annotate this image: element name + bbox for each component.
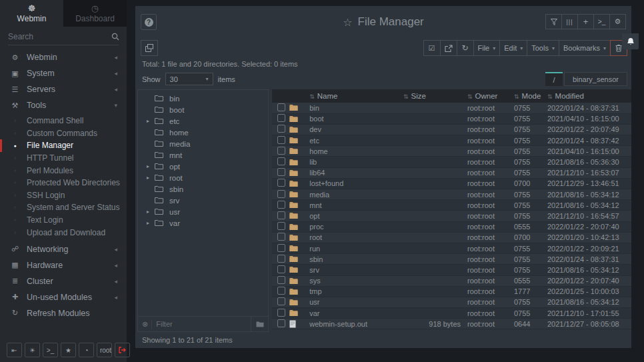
sidebar-item-system-and-server-status[interactable]: ○System and Server Status <box>0 201 127 214</box>
row-checkbox[interactable] <box>277 147 285 155</box>
sidebar-item-system[interactable]: ▣System◂ <box>0 65 127 81</box>
row-checkbox[interactable] <box>277 211 285 219</box>
theme-button[interactable]: ☀ <box>25 343 40 357</box>
sort-icon[interactable]: ⇅ <box>467 93 473 100</box>
file-row-root[interactable]: rootroot:root07002022/01/20 - 10:42:13 <box>272 232 631 243</box>
menu-bookmarks[interactable]: Bookmarks▾ <box>559 40 611 56</box>
tree-item-srv[interactable]: srv <box>138 195 268 206</box>
tree-item-boot[interactable]: boot <box>138 104 268 115</box>
notifications-button[interactable] <box>622 33 639 49</box>
tree-item-usr[interactable]: ▸usr <box>138 206 268 217</box>
row-checkbox[interactable] <box>277 297 285 305</box>
expand-arrow-icon[interactable]: ▸ <box>147 220 155 226</box>
sort-icon[interactable]: ⇅ <box>547 93 553 100</box>
file-row-webmin-setup-out[interactable]: webmin-setup.out918 bytesroot:root064420… <box>272 319 631 329</box>
tree-item-root[interactable]: ▸root <box>138 172 268 183</box>
file-row-lost-found[interactable]: lost+foundroot:root07002021/12/29 - 13:4… <box>272 178 631 189</box>
file-row-sys[interactable]: sysroot:root05552022/01/22 - 20:07:40 <box>272 275 631 286</box>
sidebar-item-http-tunnel[interactable]: ○HTTP Tunnel <box>0 152 127 165</box>
file-row-dev[interactable]: devroot:root07552022/01/22 - 20:07:49 <box>272 124 631 135</box>
favorites-button[interactable]: ★ <box>61 343 76 357</box>
tree-item-etc[interactable]: ▸etc <box>138 115 268 127</box>
file-row-sbin[interactable]: sbinroot:root07552022/01/24 - 08:37:31 <box>272 254 631 265</box>
paste-button[interactable] <box>440 40 457 56</box>
col-header-mode[interactable]: ⇅Mode <box>514 89 547 103</box>
tab-dashboard[interactable]: ◷ Dashboard <box>63 0 127 27</box>
row-checkbox[interactable] <box>277 201 285 209</box>
file-row-tmp[interactable]: tmproot:root17772022/01/25 - 10:00:03 <box>272 286 631 297</box>
row-checkbox[interactable] <box>277 103 285 111</box>
clear-filter-icon[interactable]: ⊗ <box>142 320 148 329</box>
file-name[interactable]: sbin <box>309 254 403 265</box>
columns-button[interactable]: ||| <box>561 14 578 29</box>
file-name[interactable]: proc <box>309 221 403 232</box>
terminal-button[interactable]: >_ <box>43 343 58 357</box>
row-checkbox[interactable] <box>277 114 285 122</box>
select-all-button[interactable]: ☑ <box>423 40 441 56</box>
tree-item-media[interactable]: media <box>138 138 268 149</box>
row-checkbox[interactable] <box>277 276 285 284</box>
expand-arrow-icon[interactable]: ▸ <box>147 209 155 215</box>
sidebar-item-tools[interactable]: ⚒Tools▾ <box>0 97 127 113</box>
row-checkbox[interactable] <box>277 255 285 263</box>
filter-results-button[interactable] <box>545 14 562 29</box>
sidebar-item-refresh-modules[interactable]: ↻Refresh Modules <box>0 305 127 321</box>
file-row-usr[interactable]: usrroot:root07552021/08/16 - 05:34:12 <box>272 297 631 307</box>
tree-item-mnt[interactable]: mnt <box>138 149 268 161</box>
file-row-boot[interactable]: bootroot:root07552021/04/10 - 16:15:00 <box>272 113 631 124</box>
row-checkbox[interactable] <box>277 190 285 198</box>
file-row-proc[interactable]: procroot:root05552022/01/22 - 20:07:40 <box>272 221 631 232</box>
tab-webmin[interactable]: ☸ Webmin <box>0 0 63 27</box>
file-name[interactable]: var <box>309 308 403 319</box>
expand-arrow-icon[interactable]: ▸ <box>147 163 155 169</box>
page-size-select[interactable]: 30 ▾ <box>165 73 213 85</box>
file-row-run[interactable]: runroot:root07552022/01/22 - 20:09:21 <box>272 243 631 253</box>
col-header-size[interactable]: ⇅Size <box>403 89 467 103</box>
file-name[interactable]: bin <box>309 103 403 113</box>
row-checkbox[interactable] <box>277 287 285 295</box>
menu-file[interactable]: File▾ <box>473 40 501 56</box>
file-row-lib64[interactable]: lib64root:root07552021/12/10 - 16:53:07 <box>272 167 631 178</box>
tree-folder-button[interactable] <box>251 317 268 331</box>
file-name[interactable]: home <box>309 146 403 157</box>
sidebar-item-ssh-login[interactable]: ○SSH Login <box>0 189 127 202</box>
col-header-owner[interactable]: ⇅Owner <box>467 89 514 103</box>
file-name[interactable]: usr <box>309 297 403 307</box>
sidebar-item-un-used-modules[interactable]: ✚Un-used Modules◂ <box>0 289 127 305</box>
copy-path-button[interactable] <box>141 40 158 56</box>
file-name[interactable]: run <box>309 243 403 253</box>
breadcrumb-current[interactable]: binary_sensor <box>564 72 627 86</box>
col-header-name[interactable]: ⇅Name <box>309 89 403 103</box>
sort-icon[interactable]: ⇅ <box>514 93 519 100</box>
file-row-lib[interactable]: libroot:root07552021/08/16 - 05:36:30 <box>272 157 631 167</box>
collapse-sidebar-button[interactable]: ⇤ <box>7 343 22 357</box>
sidebar-item-webmin[interactable]: ⚙Webmin◂ <box>0 49 127 65</box>
sort-icon[interactable]: ⇅ <box>309 93 315 100</box>
file-name[interactable]: etc <box>309 135 403 146</box>
row-checkbox[interactable] <box>277 157 285 165</box>
logout-button[interactable] <box>115 343 130 357</box>
row-checkbox[interactable] <box>277 265 285 273</box>
row-checkbox[interactable] <box>277 233 285 241</box>
tree-item-opt[interactable]: ▸opt <box>138 161 268 172</box>
tree-item-bin[interactable]: bin <box>138 93 268 104</box>
file-name[interactable]: srv <box>309 265 403 275</box>
file-name[interactable]: sys <box>309 275 403 286</box>
sort-icon[interactable]: ⇅ <box>403 93 409 100</box>
tree-filter-input[interactable] <box>156 320 251 328</box>
expand-arrow-icon[interactable]: ▸ <box>147 118 155 124</box>
row-checkbox[interactable] <box>277 125 285 133</box>
star-icon[interactable]: ☆ <box>343 16 352 29</box>
language-button[interactable]: ◔ <box>79 343 94 357</box>
file-row-bin[interactable]: binroot:root07552022/01/24 - 08:37:31 <box>272 103 631 113</box>
sidebar-item-custom-commands[interactable]: ○Custom Commands <box>0 127 127 140</box>
file-row-opt[interactable]: optroot:root07552021/12/10 - 16:54:57 <box>272 211 631 221</box>
file-row-mnt[interactable]: mntroot:root07552021/08/16 - 05:34:12 <box>272 200 631 211</box>
expand-arrow-icon[interactable]: ▸ <box>147 175 155 181</box>
file-row-var[interactable]: varroot:root07552021/12/10 - 17:01:55 <box>272 308 631 319</box>
file-row-srv[interactable]: srvroot:root07552021/08/16 - 05:34:12 <box>272 265 631 275</box>
sidebar-item-cluster[interactable]: ≣Cluster◂ <box>0 273 127 289</box>
row-checkbox[interactable] <box>277 222 285 230</box>
row-checkbox[interactable] <box>277 136 285 144</box>
file-name[interactable]: root <box>309 232 403 243</box>
